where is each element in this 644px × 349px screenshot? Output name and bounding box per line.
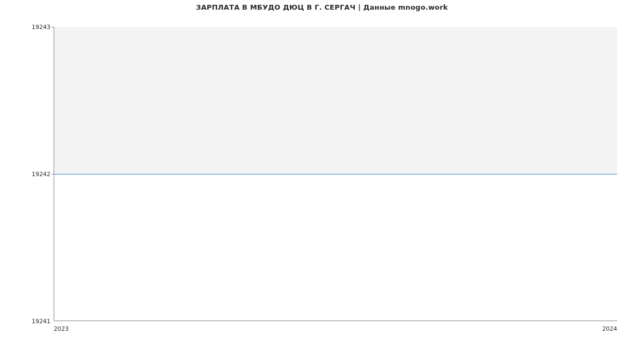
plot-background-upper [54, 27, 617, 174]
plot-area [54, 27, 617, 321]
xtick-label: 2023 [54, 325, 69, 332]
ytick-label: 19242 [32, 171, 50, 178]
xtick-label: 2024 [602, 325, 617, 332]
ytick-label: 19243 [32, 24, 50, 31]
ytick-mark [52, 174, 54, 174]
chart-title: ЗАРПЛАТА В МБУДО ДЮЦ В Г. СЕРГАЧ | Данны… [0, 3, 644, 11]
ytick-label: 19241 [32, 318, 50, 325]
ytick-mark [52, 27, 54, 27]
data-line [54, 174, 617, 174]
